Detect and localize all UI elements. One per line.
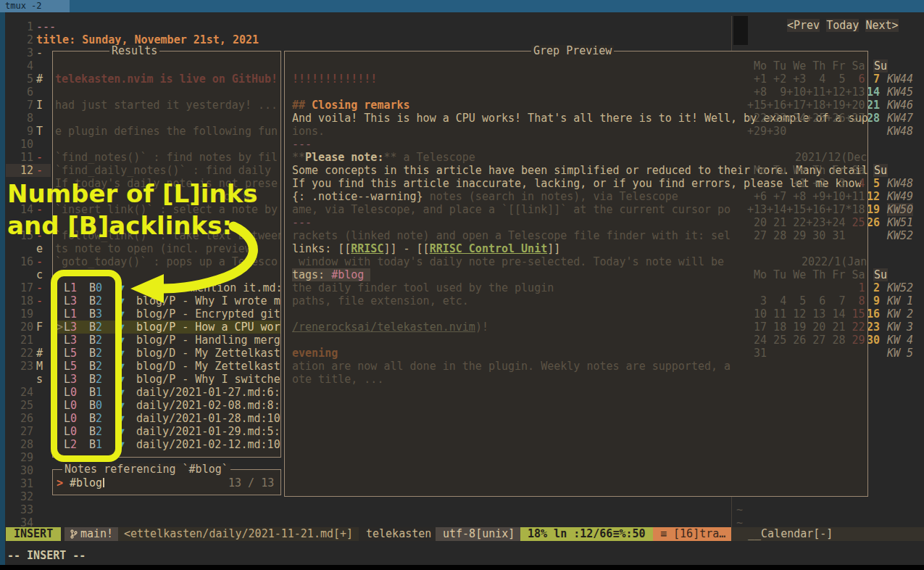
preview-line: **Please note:** a Telescope bbox=[292, 151, 475, 164]
calendar-sunday-day[interactable]: 5 bbox=[867, 177, 880, 190]
text-segment: 4 bbox=[845, 177, 865, 190]
calendar-week-number: KW48 bbox=[887, 177, 913, 190]
text-segment: paths, file extension, etc. bbox=[292, 294, 469, 307]
tab-indicator[interactable]: ≡ [16]tra… bbox=[653, 527, 733, 541]
line-number: 12 bbox=[6, 164, 33, 177]
text-segment bbox=[747, 281, 859, 294]
buffer-text: - bbox=[36, 255, 43, 268]
calendar-today-button[interactable]: Today bbox=[826, 19, 859, 32]
text-segment: +8 9+10+11+12+13 bbox=[747, 86, 865, 99]
dim-buffer-text: had just started it yesterday! ... bbox=[55, 99, 278, 112]
line-number: 5 bbox=[6, 73, 33, 86]
calendar-dim-row: 31 bbox=[747, 347, 767, 360]
entry-title: blog/P - Why I switche bbox=[136, 373, 280, 386]
line-number: 9 bbox=[6, 125, 33, 138]
calendar-sunday-day[interactable]: 9 bbox=[867, 294, 880, 307]
tmux-window-title[interactable]: tmux -2 bbox=[0, 0, 70, 12]
line-number: 22 bbox=[6, 347, 33, 360]
preview-line: --- bbox=[292, 138, 312, 151]
calendar-sunday-day[interactable]: 12 bbox=[867, 190, 880, 203]
calendar-sunday-day[interactable]: 2 bbox=[867, 281, 880, 294]
line-number: 20 bbox=[6, 321, 33, 334]
calendar-week-number: KW 4 bbox=[887, 334, 913, 347]
line-number: 2 bbox=[6, 33, 33, 46]
preview-line: --- bbox=[292, 216, 312, 229]
line-number: 30 bbox=[6, 464, 33, 477]
git-branch: main! bbox=[64, 527, 118, 541]
calendar-dim-row: +15+16+17+18+19+20 bbox=[747, 99, 865, 112]
text-segment: # bbox=[36, 73, 43, 86]
calendar-sunday-day[interactable]: 28 bbox=[867, 112, 880, 125]
preview-content: !!!!!!!!!!!!!## Closing remarksAnd voila… bbox=[285, 51, 867, 496]
calendar-dim-row: +22+23+24+25+26+27 bbox=[747, 112, 865, 125]
annotation-text-line1: Number of [L]inks bbox=[7, 178, 258, 209]
text-segment: e plugin defines the following fun bbox=[55, 125, 278, 138]
calendar-sunday-day[interactable]: 23 bbox=[867, 321, 880, 334]
calendar-dark-block bbox=[733, 16, 748, 45]
line-number: 3 bbox=[6, 46, 33, 59]
text-segment: RRISC bbox=[351, 242, 383, 255]
text-segment: links: [[ bbox=[292, 242, 351, 255]
calendar-sunday-day[interactable]: 30 bbox=[867, 334, 880, 347]
calendar-sunday-day[interactable]: 7 bbox=[867, 73, 880, 86]
text-segment: e bbox=[36, 242, 43, 255]
calendar-next-button[interactable]: Next> bbox=[865, 19, 898, 32]
buffer-text: # bbox=[36, 347, 43, 360]
buffer-text: --- bbox=[36, 20, 56, 33]
text-segment: 24 25 26 27 28 bbox=[747, 334, 845, 347]
buffer-text: # bbox=[36, 73, 43, 86]
preview-line: !!!!!!!!!!!!! bbox=[292, 73, 377, 86]
calendar-prev-button[interactable]: <Prev bbox=[787, 19, 820, 32]
calendar-dim-row: 3 4 5 6 7 8 bbox=[747, 294, 865, 307]
text-segment: T bbox=[36, 125, 43, 138]
line-number: 29 bbox=[6, 451, 33, 464]
line-number: 17 bbox=[6, 281, 33, 294]
calendar-sunday-header: Su bbox=[873, 268, 888, 281]
text-segment: +22+23+24+25+26+27 bbox=[747, 112, 865, 125]
preview-line: paths, file extension, etc. bbox=[292, 294, 469, 307]
buffer-text: F bbox=[36, 321, 43, 334]
calendar-sunday-header: Su bbox=[873, 59, 888, 73]
calendar-dim-row: 1 bbox=[747, 281, 865, 294]
calendar-dim-row: Mo Tu We Th Fr Sa bbox=[754, 268, 865, 281]
line-number: 16 bbox=[6, 255, 33, 268]
text-segment: +29+30 bbox=[747, 125, 786, 138]
search-input[interactable]: #blog bbox=[70, 476, 102, 490]
text-segment: --- bbox=[36, 20, 56, 33]
text-segment: ]] bbox=[547, 242, 560, 255]
preview-line: the daily finder tool used by the plugin bbox=[292, 281, 554, 294]
terminal-border-bottom bbox=[0, 565, 924, 570]
text-segment: had just started it yesterday! ... bbox=[55, 99, 278, 112]
result-count: 13 / 13 bbox=[228, 476, 274, 490]
preview-line: ## Closing remarks bbox=[292, 99, 410, 112]
line-number: 8 bbox=[6, 112, 33, 125]
buffer-text: e bbox=[36, 242, 43, 255]
entry-title: blog/P - How a CPU wor bbox=[136, 321, 280, 334]
calendar-week-number: KW 2 bbox=[887, 307, 913, 321]
calendar-sunday-header: Su bbox=[873, 164, 888, 177]
calendar-sunday-day[interactable]: 14 bbox=[867, 86, 880, 99]
empty-line-tilde: ~ bbox=[736, 503, 743, 516]
text-segment: 22 bbox=[845, 321, 865, 334]
encoding-indicator: utf-8[unix] bbox=[436, 527, 522, 541]
text-segment: 27 28 29 30 31 bbox=[747, 229, 845, 242]
prompt-sign: > bbox=[57, 476, 63, 490]
command-line-mode-message: -- INSERT -- bbox=[7, 549, 86, 562]
calendar-week-number: KW47 bbox=[887, 112, 913, 125]
calendar-dim-row: 2022/1(Jan bbox=[802, 255, 867, 268]
calendar-sunday-day[interactable]: 21 bbox=[867, 99, 880, 112]
calendar-sunday-day[interactable]: 26 bbox=[867, 216, 880, 229]
text-segment: +1 +2 +3 4 5 bbox=[747, 73, 845, 86]
text-segment: tags: bbox=[292, 268, 331, 281]
text-segment: rackets (linked note) and open a Telesco… bbox=[292, 229, 731, 242]
calendar-week-number: KW48 bbox=[887, 125, 913, 138]
calendar-sunday-day[interactable]: 16 bbox=[867, 307, 880, 321]
preview-panel-title: Grep Preview bbox=[531, 45, 614, 57]
line-number: 18 bbox=[6, 294, 33, 307]
calendar-sunday-day[interactable]: 19 bbox=[867, 203, 880, 216]
line-number: 24 bbox=[6, 386, 33, 399]
preview-line: evening bbox=[292, 347, 338, 360]
text-segment: !!!!!!!!!!!!! bbox=[292, 73, 377, 86]
text-segment: RRISC Control Unit bbox=[430, 242, 548, 255]
tab-label: [16]tra… bbox=[673, 527, 725, 540]
